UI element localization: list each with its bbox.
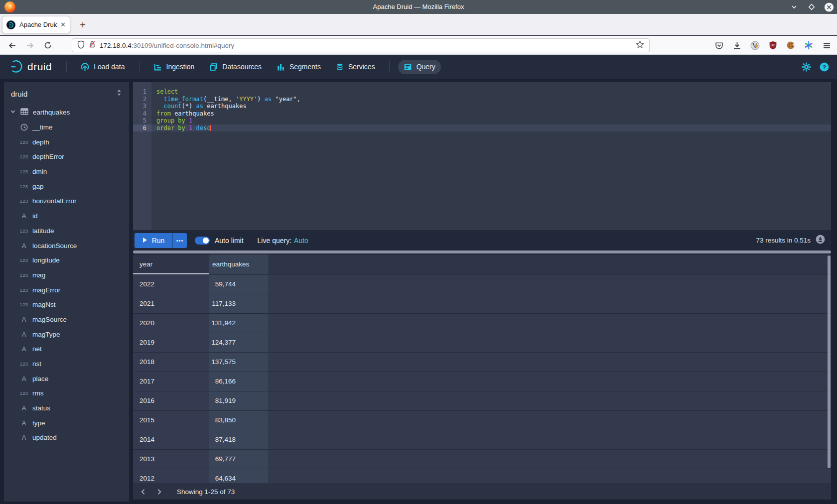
- code-line-5[interactable]: group by 1: [151, 117, 831, 125]
- sidebar-column-magSource[interactable]: AmagSource: [4, 312, 129, 327]
- table-row[interactable]: 201786,166: [133, 372, 831, 391]
- sidebar-column-depthError[interactable]: 123depthError: [4, 149, 129, 164]
- cell-earthquakes[interactable]: 124,377: [209, 333, 269, 353]
- cell-year[interactable]: 2020: [133, 314, 209, 333]
- run-more-button[interactable]: •••: [172, 233, 187, 248]
- cell-earthquakes[interactable]: 137,575: [209, 353, 269, 372]
- sidebar-column-horizontalError[interactable]: 123horizontalError: [4, 194, 129, 209]
- download-icon[interactable]: [731, 40, 742, 51]
- help-icon[interactable]: ?: [820, 62, 829, 72]
- sidebar-column-magError[interactable]: 123magError: [4, 282, 129, 297]
- run-button[interactable]: Run: [135, 233, 172, 248]
- cell-earthquakes[interactable]: 59,744: [209, 275, 269, 294]
- nav-item-load-data[interactable]: Load data: [75, 60, 130, 74]
- table-row[interactable]: 201583,850: [133, 411, 831, 430]
- cell-earthquakes[interactable]: 86,166: [209, 372, 269, 391]
- live-query-value[interactable]: Auto: [294, 237, 308, 245]
- sidebar-column-rms[interactable]: 123rms: [4, 386, 129, 401]
- cell-year[interactable]: 2016: [133, 391, 209, 411]
- code-line-4[interactable]: from earthquakes: [151, 110, 831, 118]
- sidebar-column-depth[interactable]: 123depth: [4, 134, 129, 149]
- sidebar-column-magType[interactable]: AmagType: [4, 327, 129, 342]
- column-header-earthquakes[interactable]: earthquakes: [209, 254, 269, 275]
- cell-year[interactable]: 2015: [133, 411, 209, 430]
- druid-logo[interactable]: druid: [9, 59, 52, 74]
- nav-item-segments[interactable]: Segments: [271, 60, 326, 74]
- sidebar-column-updated[interactable]: Aupdated: [4, 430, 129, 445]
- sidebar-column-magNst[interactable]: 123magNst: [4, 297, 129, 312]
- cell-earthquakes[interactable]: 69,777: [209, 450, 269, 469]
- code-line-3[interactable]: count(*) as earthquakes: [151, 103, 831, 110]
- sidebar-column-dmin[interactable]: 123dmin: [4, 164, 129, 179]
- table-row[interactable]: 2018137,575: [133, 353, 831, 372]
- code-line-1[interactable]: select: [151, 88, 831, 96]
- sidebar-column-id[interactable]: Aid: [4, 209, 129, 224]
- cell-earthquakes[interactable]: 81,919: [209, 391, 269, 411]
- cell-year[interactable]: 2012: [133, 469, 209, 483]
- sidebar-column-longitude[interactable]: 123longitude: [4, 253, 129, 268]
- cell-year[interactable]: 2014: [133, 430, 209, 450]
- minimize-icon[interactable]: [789, 2, 799, 12]
- sidebar-column-__time[interactable]: __time: [4, 120, 129, 135]
- schema-selector[interactable]: druid: [4, 82, 129, 105]
- table-row[interactable]: 201264,634: [133, 469, 831, 483]
- maximize-icon[interactable]: [807, 2, 817, 12]
- privacy-badger-icon[interactable]: [749, 40, 760, 51]
- shield-icon[interactable]: [77, 40, 85, 51]
- editor-code[interactable]: select time_format(__time, 'YYYY') as "y…: [151, 82, 831, 230]
- forward-icon[interactable]: [24, 39, 36, 51]
- download-results-icon[interactable]: [816, 235, 825, 246]
- sidebar-column-mag[interactable]: 123mag: [4, 268, 129, 283]
- chevron-left-icon[interactable]: [137, 486, 149, 498]
- back-icon[interactable]: [6, 39, 18, 51]
- code-line-2[interactable]: time_format(__time, 'YYYY') as "year",: [151, 96, 831, 103]
- cell-earthquakes[interactable]: 131,942: [209, 314, 269, 333]
- extension-asterisk-icon[interactable]: [803, 40, 814, 51]
- reload-icon[interactable]: [42, 39, 54, 51]
- sql-editor[interactable]: 123456 select time_format(__time, 'YYYY'…: [133, 82, 831, 230]
- cell-year[interactable]: 2022: [133, 275, 209, 294]
- table-row[interactable]: 2021117,133: [133, 294, 831, 314]
- nav-item-ingestion[interactable]: Ingestion: [148, 60, 200, 74]
- table-row[interactable]: 201681,919: [133, 391, 831, 411]
- table-row[interactable]: 201487,418: [133, 430, 831, 450]
- new-tab-button[interactable]: +: [75, 17, 91, 33]
- table-row[interactable]: 201369,777: [133, 450, 831, 469]
- cell-earthquakes[interactable]: 64,634: [209, 469, 269, 483]
- sidebar-column-latitude[interactable]: 123latitude: [4, 224, 129, 239]
- cell-year[interactable]: 2019: [133, 333, 209, 353]
- nav-item-services[interactable]: Services: [330, 60, 381, 74]
- sidebar-column-status[interactable]: Astatus: [4, 401, 129, 416]
- ublock-icon[interactable]: UO: [767, 40, 778, 51]
- table-row[interactable]: 202259,744: [133, 275, 831, 294]
- menu-icon[interactable]: [821, 40, 832, 51]
- chevron-down-icon[interactable]: [10, 109, 16, 116]
- horizontal-scrollbar[interactable]: [133, 251, 831, 253]
- sidebar-column-place[interactable]: Aplace: [4, 371, 129, 386]
- cookie-icon[interactable]: [785, 40, 796, 51]
- cell-year[interactable]: 2013: [133, 450, 209, 469]
- cell-earthquakes[interactable]: 83,850: [209, 411, 269, 430]
- table-row[interactable]: 2019124,377: [133, 333, 831, 353]
- code-line-6[interactable]: order by 1 desc: [151, 125, 831, 132]
- tab-close-icon[interactable]: ✕: [57, 21, 66, 28]
- auto-limit-toggle[interactable]: [195, 237, 210, 245]
- close-icon[interactable]: [824, 2, 834, 12]
- chevron-right-icon[interactable]: [153, 486, 165, 498]
- lock-slash-icon[interactable]: [89, 40, 96, 50]
- bookmark-star-icon[interactable]: [636, 40, 644, 51]
- sidebar-column-locationSource[interactable]: AlocationSource: [4, 238, 129, 253]
- nav-item-query[interactable]: Query: [398, 60, 441, 74]
- browser-tab[interactable]: Apache Druid ✕: [2, 16, 70, 33]
- cell-earthquakes[interactable]: 87,418: [209, 430, 269, 450]
- sidebar-column-type[interactable]: Atype: [4, 415, 129, 430]
- cell-year[interactable]: 2017: [133, 372, 209, 391]
- url-bar[interactable]: 172.18.0.4:30109/unified-console.html#qu…: [72, 38, 650, 52]
- table-row[interactable]: 2020131,942: [133, 314, 831, 333]
- cell-earthquakes[interactable]: 117,133: [209, 294, 269, 314]
- sidebar-column-gap[interactable]: 123gap: [4, 179, 129, 194]
- sidebar-column-nst[interactable]: 123nst: [4, 357, 129, 372]
- sidebar-table-earthquakes[interactable]: earthquakes: [4, 105, 129, 120]
- cell-year[interactable]: 2018: [133, 353, 209, 372]
- cell-year[interactable]: 2021: [133, 294, 209, 314]
